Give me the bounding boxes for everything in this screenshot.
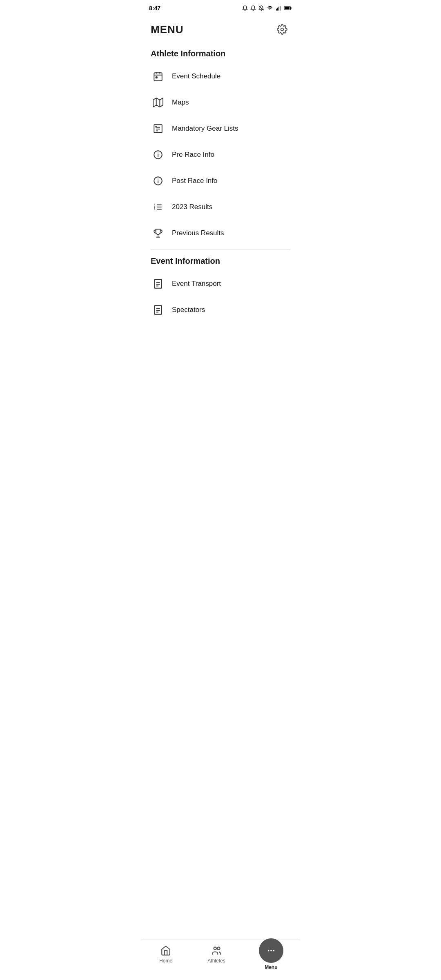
svg-point-26 — [158, 179, 158, 179]
status-bar: 8:47 — [141, 0, 300, 15]
svg-marker-14 — [153, 98, 163, 107]
menu-item-spectators[interactable]: Spectators — [141, 297, 300, 323]
menu-item-pre-race[interactable]: Pre Race Info — [141, 142, 300, 168]
svg-text:3: 3 — [154, 208, 155, 210]
menu-item-previous-results[interactable]: Previous Results — [141, 220, 300, 246]
svg-rect-3 — [278, 7, 279, 11]
svg-rect-9 — [154, 73, 162, 81]
document-text-icon-2 — [151, 303, 165, 317]
info-circle-icon-pre — [151, 147, 165, 162]
svg-rect-1 — [276, 9, 277, 11]
list-numbered-icon: 1 2 3 — [151, 200, 165, 214]
status-time: 8:47 — [149, 5, 160, 11]
battery-icon — [284, 6, 292, 11]
page-header: MENU — [141, 15, 300, 46]
menu-item-event-schedule[interactable]: Event Schedule — [141, 63, 300, 89]
menu-item-post-race[interactable]: Post Race Info — [141, 168, 300, 194]
wifi-icon — [267, 5, 273, 11]
trophy-icon — [151, 226, 165, 241]
svg-rect-38 — [154, 305, 161, 314]
section-header-athlete: Athlete Information — [141, 46, 300, 63]
signal-icon — [276, 5, 281, 11]
page-title: MENU — [151, 23, 184, 36]
mandatory-gear-label: Mandatory Gear Lists — [172, 125, 238, 133]
notification-icon — [242, 5, 248, 11]
maps-label: Maps — [172, 98, 189, 107]
svg-rect-7 — [285, 7, 290, 9]
info-circle-icon-post — [151, 174, 165, 188]
svg-rect-2 — [277, 8, 278, 11]
settings-icon — [277, 24, 287, 35]
menu-item-event-transport[interactable]: Event Transport — [141, 271, 300, 297]
section-header-event: Event Information — [141, 253, 300, 271]
status-icons — [242, 5, 292, 11]
svg-point-23 — [158, 153, 158, 153]
notification-icon-3 — [258, 5, 264, 11]
post-race-label: Post Race Info — [172, 177, 218, 185]
spectators-label: Spectators — [172, 306, 205, 314]
notification-icon-2 — [250, 5, 256, 11]
pre-race-label: Pre Race Info — [172, 151, 214, 159]
svg-rect-17 — [154, 125, 162, 133]
svg-rect-6 — [290, 7, 291, 9]
menu-item-2023-results[interactable]: 1 2 3 2023 Results — [141, 194, 300, 220]
map-icon — [151, 95, 165, 110]
previous-results-label: Previous Results — [172, 229, 224, 237]
2023-results-label: 2023 Results — [172, 203, 212, 211]
svg-point-8 — [281, 28, 284, 31]
document-text-icon — [151, 276, 165, 291]
section-divider — [151, 249, 290, 250]
menu-item-maps[interactable]: Maps — [141, 89, 300, 116]
settings-button[interactable] — [274, 21, 290, 38]
svg-rect-4 — [280, 6, 281, 11]
svg-rect-34 — [154, 279, 161, 288]
menu-item-mandatory-gear[interactable]: Mandatory Gear Lists — [141, 116, 300, 142]
checklist-icon — [151, 121, 165, 136]
content-area: Athlete Information Event Schedule Maps — [141, 46, 300, 364]
calendar-icon — [151, 69, 165, 84]
event-schedule-label: Event Schedule — [172, 72, 220, 80]
svg-rect-13 — [156, 77, 157, 78]
event-transport-label: Event Transport — [172, 280, 221, 288]
